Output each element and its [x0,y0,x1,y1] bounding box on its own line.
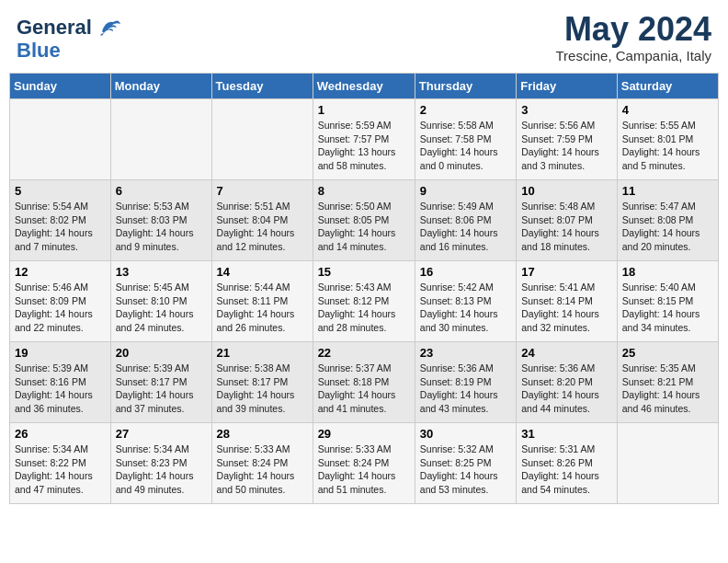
weekday-header-tuesday: Tuesday [211,74,313,99]
day-info: Sunrise: 5:41 AM Sunset: 8:14 PM Dayligh… [521,281,612,335]
day-info: Sunrise: 5:37 AM Sunset: 8:18 PM Dayligh… [318,362,410,416]
day-number: 16 [420,265,511,279]
day-number: 8 [318,184,410,198]
calendar-cell: 11Sunrise: 5:47 AM Sunset: 8:08 PM Dayli… [617,180,718,261]
calendar-cell: 22Sunrise: 5:37 AM Sunset: 8:18 PM Dayli… [313,342,415,423]
calendar-week-4: 19Sunrise: 5:39 AM Sunset: 8:16 PM Dayli… [10,342,719,423]
calendar-week-2: 5Sunrise: 5:54 AM Sunset: 8:02 PM Daylig… [10,180,719,261]
calendar-cell: 29Sunrise: 5:33 AM Sunset: 8:24 PM Dayli… [313,423,415,504]
calendar-cell: 31Sunrise: 5:31 AM Sunset: 8:26 PM Dayli… [517,423,618,504]
calendar-cell: 13Sunrise: 5:45 AM Sunset: 8:10 PM Dayli… [110,261,211,342]
calendar-cell: 21Sunrise: 5:38 AM Sunset: 8:17 PM Dayli… [211,342,313,423]
day-number: 13 [116,265,207,279]
day-number: 31 [521,427,612,441]
calendar-cell: 3Sunrise: 5:56 AM Sunset: 7:59 PM Daylig… [517,99,618,180]
calendar-cell: 14Sunrise: 5:44 AM Sunset: 8:11 PM Dayli… [211,261,313,342]
weekday-header-monday: Monday [110,74,211,99]
day-info: Sunrise: 5:31 AM Sunset: 8:26 PM Dayligh… [521,442,612,497]
weekday-header-wednesday: Wednesday [313,74,415,99]
calendar-cell: 19Sunrise: 5:39 AM Sunset: 8:16 PM Dayli… [10,342,111,423]
calendar-cell: 15Sunrise: 5:43 AM Sunset: 8:12 PM Dayli… [313,261,415,342]
calendar-cell: 16Sunrise: 5:42 AM Sunset: 8:13 PM Dayli… [415,261,516,342]
day-number: 2 [420,103,511,117]
day-number: 12 [15,265,106,279]
weekday-header-sunday: Sunday [10,74,111,99]
day-info: Sunrise: 5:53 AM Sunset: 8:03 PM Dayligh… [116,200,207,254]
day-number: 27 [116,427,207,441]
calendar-cell: 23Sunrise: 5:36 AM Sunset: 8:19 PM Dayli… [415,342,516,423]
day-number: 25 [622,346,713,360]
calendar-cell: 17Sunrise: 5:41 AM Sunset: 8:14 PM Dayli… [517,261,618,342]
day-number: 14 [217,265,308,279]
day-number: 20 [116,346,207,360]
day-number: 3 [521,103,612,117]
calendar-cell: 26Sunrise: 5:34 AM Sunset: 8:22 PM Dayli… [10,423,111,504]
calendar-cell: 1Sunrise: 5:59 AM Sunset: 7:57 PM Daylig… [313,99,415,180]
day-number: 26 [15,427,106,441]
day-number: 19 [15,346,106,360]
logo-text: General [17,17,92,38]
day-info: Sunrise: 5:34 AM Sunset: 8:23 PM Dayligh… [116,442,207,497]
calendar-week-3: 12Sunrise: 5:46 AM Sunset: 8:09 PM Dayli… [10,261,719,342]
day-number: 24 [521,346,612,360]
day-number: 23 [420,346,511,360]
day-number: 1 [318,103,410,117]
day-info: Sunrise: 5:47 AM Sunset: 8:08 PM Dayligh… [622,200,713,254]
day-info: Sunrise: 5:46 AM Sunset: 8:09 PM Dayligh… [15,281,106,335]
calendar: SundayMondayTuesdayWednesdayThursdayFrid… [9,73,719,504]
day-number: 5 [15,184,106,198]
day-info: Sunrise: 5:44 AM Sunset: 8:11 PM Dayligh… [217,281,308,335]
calendar-cell: 4Sunrise: 5:55 AM Sunset: 8:01 PM Daylig… [617,99,718,180]
calendar-cell: 6Sunrise: 5:53 AM Sunset: 8:03 PM Daylig… [110,180,211,261]
calendar-cell: 9Sunrise: 5:49 AM Sunset: 8:06 PM Daylig… [415,180,516,261]
calendar-cell: 10Sunrise: 5:48 AM Sunset: 8:07 PM Dayli… [517,180,618,261]
calendar-cell: 24Sunrise: 5:36 AM Sunset: 8:20 PM Dayli… [517,342,618,423]
day-info: Sunrise: 5:58 AM Sunset: 7:58 PM Dayligh… [420,119,511,173]
day-info: Sunrise: 5:39 AM Sunset: 8:16 PM Dayligh… [15,362,106,416]
day-number: 15 [318,265,410,279]
day-info: Sunrise: 5:33 AM Sunset: 8:24 PM Dayligh… [318,442,410,497]
day-info: Sunrise: 5:43 AM Sunset: 8:12 PM Dayligh… [318,281,410,335]
day-info: Sunrise: 5:59 AM Sunset: 7:57 PM Dayligh… [318,119,410,173]
calendar-cell: 5Sunrise: 5:54 AM Sunset: 8:02 PM Daylig… [10,180,111,261]
day-info: Sunrise: 5:49 AM Sunset: 8:06 PM Dayligh… [420,200,511,254]
day-info: Sunrise: 5:50 AM Sunset: 8:05 PM Dayligh… [318,200,410,254]
day-info: Sunrise: 5:33 AM Sunset: 8:24 PM Dayligh… [217,442,308,497]
logo: General Blue [17,13,124,63]
day-number: 4 [622,103,713,117]
calendar-cell: 7Sunrise: 5:51 AM Sunset: 8:04 PM Daylig… [211,180,313,261]
weekday-header-thursday: Thursday [415,74,516,99]
calendar-week-1: 1Sunrise: 5:59 AM Sunset: 7:57 PM Daylig… [10,99,719,180]
day-number: 6 [116,184,207,198]
day-number: 28 [217,427,308,441]
day-number: 11 [622,184,713,198]
weekday-header-friday: Friday [517,74,618,99]
day-info: Sunrise: 5:36 AM Sunset: 8:20 PM Dayligh… [521,362,612,416]
calendar-cell: 12Sunrise: 5:46 AM Sunset: 8:09 PM Dayli… [10,261,111,342]
calendar-cell [211,99,313,180]
day-number: 22 [318,346,410,360]
day-number: 21 [217,346,308,360]
calendar-cell: 30Sunrise: 5:32 AM Sunset: 8:25 PM Dayli… [415,423,516,504]
weekday-header-saturday: Saturday [617,74,718,99]
day-number: 30 [420,427,511,441]
day-info: Sunrise: 5:34 AM Sunset: 8:22 PM Dayligh… [15,442,106,497]
day-info: Sunrise: 5:35 AM Sunset: 8:21 PM Dayligh… [622,362,713,416]
day-number: 18 [622,265,713,279]
day-number: 9 [420,184,511,198]
calendar-cell [617,423,718,504]
calendar-cell: 28Sunrise: 5:33 AM Sunset: 8:24 PM Dayli… [211,423,313,504]
calendar-cell: 20Sunrise: 5:39 AM Sunset: 8:17 PM Dayli… [110,342,211,423]
location: Trescine, Campania, Italy [555,48,711,63]
day-info: Sunrise: 5:51 AM Sunset: 8:04 PM Dayligh… [217,200,308,254]
day-info: Sunrise: 5:36 AM Sunset: 8:19 PM Dayligh… [420,362,511,416]
day-info: Sunrise: 5:39 AM Sunset: 8:17 PM Dayligh… [116,362,207,416]
title-section: May 2024 Trescine, Campania, Italy [555,13,711,63]
calendar-cell: 8Sunrise: 5:50 AM Sunset: 8:05 PM Daylig… [313,180,415,261]
day-info: Sunrise: 5:40 AM Sunset: 8:15 PM Dayligh… [622,281,713,335]
header: General Blue May 2024 Trescine, Campania… [9,9,719,67]
calendar-cell: 18Sunrise: 5:40 AM Sunset: 8:15 PM Dayli… [617,261,718,342]
day-number: 7 [217,184,308,198]
logo-bird-icon [95,13,124,42]
calendar-cell [10,99,111,180]
